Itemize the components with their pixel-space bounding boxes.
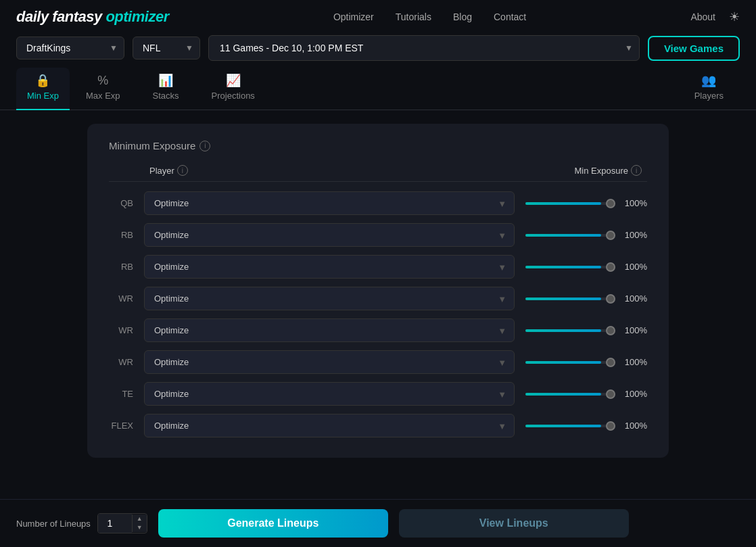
controls-bar: DraftKings FanDuel ▼ NFL NBA MLB ▼ 11 Ga… xyxy=(0,31,756,68)
tab-min-exp-label: Min Exp xyxy=(27,91,59,101)
exposure-value: 100% xyxy=(621,198,647,208)
exposure-control: 100% xyxy=(525,230,647,240)
player-select[interactable]: Optimize xyxy=(144,318,515,342)
player-rows-container: QB Optimize ▼ 100% RB Optimize ▼ xyxy=(109,187,647,442)
panel-title: Minimum Exposure i xyxy=(109,140,647,151)
generate-lineups-button[interactable]: Generate Lineups xyxy=(158,509,388,538)
sport-select-wrapper: NFL NBA MLB ▼ xyxy=(133,37,200,60)
lineups-control: Number of Lineups ▲ ▼ xyxy=(16,513,147,533)
tab-stacks-label: Stacks xyxy=(153,91,179,101)
about-link[interactable]: About xyxy=(690,11,715,22)
exposure-slider-track xyxy=(525,425,615,427)
player-select[interactable]: Optimize xyxy=(144,414,515,437)
panel-title-info-icon[interactable]: i xyxy=(199,141,210,151)
player-row: QB Optimize ▼ 100% xyxy=(109,187,647,219)
exposure-panel: Minimum Exposure i Player i Min Exposure… xyxy=(87,124,669,458)
nav-blog[interactable]: Blog xyxy=(453,11,472,22)
exposure-slider-track xyxy=(525,266,615,268)
exposure-slider-thumb[interactable] xyxy=(606,231,615,240)
exposure-slider-thumb[interactable] xyxy=(606,326,615,335)
player-select[interactable]: Optimize xyxy=(144,287,515,310)
exposure-control: 100% xyxy=(525,262,647,272)
exposure-slider-track xyxy=(525,202,615,205)
tabs-bar: 🔒 Min Exp % Max Exp 📊 Stacks 📈 Projectio… xyxy=(0,68,756,110)
exposure-control: 100% xyxy=(525,421,647,431)
table-header: Player i Min Exposure i xyxy=(109,165,647,182)
lineups-spinners: ▲ ▼ xyxy=(132,515,147,532)
exposure-slider-thumb[interactable] xyxy=(606,358,615,367)
player-row: TE Optimize ▼ 100% xyxy=(109,378,647,410)
exposure-slider-fill xyxy=(525,329,601,332)
exposure-header-info-icon[interactable]: i xyxy=(631,165,642,176)
player-select-wrapper: Optimize ▼ xyxy=(144,191,515,215)
player-select-wrapper: Optimize ▼ xyxy=(144,255,515,279)
player-row: FLEX Optimize ▼ 100% xyxy=(109,410,647,442)
player-select-wrapper: Optimize ▼ xyxy=(144,287,515,310)
lineups-increment-button[interactable]: ▲ xyxy=(133,515,147,523)
stacks-icon: 📊 xyxy=(158,73,173,88)
exposure-control: 100% xyxy=(525,389,647,399)
lineups-decrement-button[interactable]: ▼ xyxy=(133,523,147,532)
exposure-value: 100% xyxy=(621,230,647,240)
site-select[interactable]: DraftKings FanDuel xyxy=(16,37,124,60)
tab-stacks[interactable]: 📊 Stacks xyxy=(137,68,195,110)
exposure-slider-thumb[interactable] xyxy=(606,294,615,304)
exposure-value: 100% xyxy=(621,325,647,335)
exposure-slider-thumb[interactable] xyxy=(606,421,615,431)
player-row: WR Optimize ▼ 100% xyxy=(109,346,647,378)
exposure-value: 100% xyxy=(621,389,647,399)
lineups-input-wrapper: ▲ ▼ xyxy=(97,513,147,533)
player-header-text: Player xyxy=(149,166,174,176)
player-select-wrapper: Optimize ▼ xyxy=(144,350,515,374)
tab-players-label: Players xyxy=(694,91,724,101)
player-select[interactable]: Optimize xyxy=(144,255,515,279)
player-select[interactable]: Optimize xyxy=(144,223,515,247)
player-select[interactable]: Optimize xyxy=(144,350,515,374)
tab-min-exp[interactable]: 🔒 Min Exp xyxy=(16,68,70,110)
projections-icon: 📈 xyxy=(226,73,241,88)
main-nav: Optimizer Tutorials Blog Contact xyxy=(169,11,691,22)
player-column-header: Player i xyxy=(149,165,188,176)
nav-tutorials[interactable]: Tutorials xyxy=(396,11,431,22)
position-label: WR xyxy=(109,293,133,304)
sport-select[interactable]: NFL NBA MLB xyxy=(133,37,200,60)
player-header-info-icon[interactable]: i xyxy=(177,165,188,176)
player-select-wrapper: Optimize ▼ xyxy=(144,223,515,247)
exposure-slider-fill xyxy=(525,425,601,427)
view-lineups-button[interactable]: View Lineups xyxy=(399,509,629,538)
exposure-slider-track xyxy=(525,298,615,300)
logo-optimizer: optimizer xyxy=(105,8,168,25)
position-label: FLEX xyxy=(109,421,133,431)
exposure-slider-thumb[interactable] xyxy=(606,262,615,272)
view-games-button[interactable]: View Games xyxy=(648,36,740,61)
exposure-control: 100% xyxy=(525,325,647,335)
player-row: WR Optimize ▼ 100% xyxy=(109,314,647,346)
exposure-slider-thumb[interactable] xyxy=(606,389,615,399)
tab-max-exp[interactable]: % Max Exp xyxy=(70,68,137,110)
player-row: RB Optimize ▼ 100% xyxy=(109,251,647,283)
tab-players[interactable]: 👥 Players xyxy=(678,68,740,110)
position-label: RB xyxy=(109,262,133,272)
lineups-input[interactable] xyxy=(98,514,132,533)
exposure-value: 100% xyxy=(621,357,647,367)
nav-optimizer[interactable]: Optimizer xyxy=(333,11,374,22)
tab-max-exp-label: Max Exp xyxy=(86,91,120,101)
exposure-header-text: Min Exposure xyxy=(575,166,628,176)
tab-projections[interactable]: 📈 Projections xyxy=(195,68,271,110)
exposure-value: 100% xyxy=(621,262,647,272)
game-select[interactable]: 11 Games - Dec 10, 1:00 PM EST xyxy=(208,35,640,61)
player-row: RB Optimize ▼ 100% xyxy=(109,219,647,251)
main-content: Minimum Exposure i Player i Min Exposure… xyxy=(0,110,756,458)
exposure-slider-thumb[interactable] xyxy=(606,199,615,208)
theme-toggle-icon[interactable]: ☀ xyxy=(729,9,740,24)
nav-contact[interactable]: Contact xyxy=(494,11,526,22)
position-label: WR xyxy=(109,357,133,367)
player-select[interactable]: Optimize xyxy=(144,382,515,406)
exposure-value: 100% xyxy=(621,421,647,431)
exposure-slider-track xyxy=(525,393,615,396)
exposure-slider-track xyxy=(525,361,615,364)
percent-icon: % xyxy=(97,74,108,88)
position-label: QB xyxy=(109,198,133,208)
player-select[interactable]: Optimize xyxy=(144,191,515,215)
exposure-slider-track xyxy=(525,329,615,332)
